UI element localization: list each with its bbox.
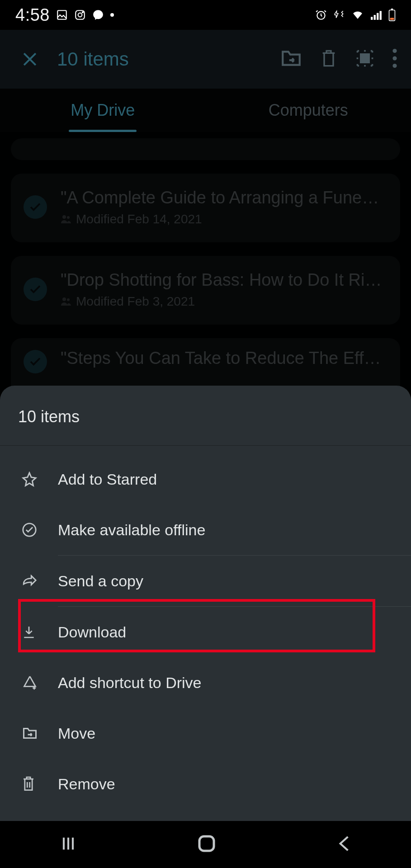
sheet-item-label: Move xyxy=(58,725,95,742)
status-bar: 4:58 xyxy=(0,0,411,30)
svg-point-3 xyxy=(82,12,83,13)
divider xyxy=(0,445,411,446)
sheet-item-offline[interactable]: Make available offline xyxy=(0,505,411,555)
sheet-item-send-copy[interactable]: Send a copy xyxy=(0,556,411,606)
tab-label: My Drive xyxy=(71,101,135,120)
sheet-item-remove[interactable]: Remove xyxy=(0,759,411,809)
list-item[interactable]: "Drop Shotting for Bass: How to Do It Ri… xyxy=(11,256,400,325)
shared-icon xyxy=(61,212,71,226)
sheet-item-starred[interactable]: Add to Starred xyxy=(0,454,411,505)
sheet-item-label: Send a copy xyxy=(58,572,143,590)
back-button[interactable] xyxy=(336,835,352,854)
send-copy-icon xyxy=(22,575,58,587)
signal-icon xyxy=(370,10,382,20)
file-meta: Modified Feb 14, 2021 xyxy=(76,212,202,226)
selected-check-icon[interactable] xyxy=(24,195,47,219)
list-item[interactable]: "A Complete Guide to Arranging a Fune… M… xyxy=(11,174,400,242)
home-button[interactable] xyxy=(196,833,217,856)
trash-icon[interactable] xyxy=(320,48,338,71)
svg-point-17 xyxy=(67,216,70,219)
select-all-icon[interactable] xyxy=(355,48,375,70)
add-shortcut-icon xyxy=(22,675,58,690)
file-meta: Modified Feb 3, 2021 xyxy=(76,294,195,309)
battery-icon xyxy=(388,9,396,21)
action-bottom-sheet: 10 items Add to Starred Make available o… xyxy=(0,386,411,821)
overflow-menu-icon[interactable] xyxy=(392,48,397,70)
sheet-item-download[interactable]: Download xyxy=(0,607,411,657)
selection-bar: 10 items xyxy=(0,30,411,89)
selected-check-icon[interactable] xyxy=(24,278,47,301)
drive-tabs: My Drive Computers xyxy=(0,89,411,132)
tab-my-drive[interactable]: My Drive xyxy=(0,89,206,132)
sheet-item-shortcut[interactable]: Add shortcut to Drive xyxy=(0,657,411,708)
system-nav-bar xyxy=(0,821,411,868)
gallery-icon xyxy=(56,9,68,21)
sheet-item-label: Add shortcut to Drive xyxy=(58,674,201,692)
close-selection-button[interactable] xyxy=(14,49,46,69)
vibrate-icon xyxy=(333,9,345,21)
list-item[interactable] xyxy=(11,138,400,160)
svg-point-2 xyxy=(78,13,82,17)
move-icon xyxy=(22,726,58,740)
svg-rect-6 xyxy=(374,15,376,20)
download-icon xyxy=(22,625,58,639)
svg-rect-8 xyxy=(380,11,382,20)
svg-point-18 xyxy=(62,297,66,301)
remove-icon xyxy=(22,776,58,792)
sheet-item-label: Make available offline xyxy=(58,521,205,539)
recents-button[interactable] xyxy=(59,835,77,854)
svg-point-14 xyxy=(392,56,397,60)
svg-rect-10 xyxy=(391,9,393,10)
file-title: "A Complete Guide to Arranging a Fune… xyxy=(61,188,387,208)
star-icon xyxy=(22,472,58,487)
svg-rect-5 xyxy=(371,17,373,20)
status-right xyxy=(315,9,396,21)
status-time: 4:58 xyxy=(15,5,50,25)
svg-rect-0 xyxy=(57,10,66,19)
sheet-item-move[interactable]: Move xyxy=(0,708,411,759)
selected-check-icon[interactable] xyxy=(24,350,47,373)
sheet-item-label: Download xyxy=(58,623,126,641)
selection-count: 10 items xyxy=(46,48,280,70)
more-notifications-icon xyxy=(110,13,114,17)
svg-point-19 xyxy=(67,298,70,301)
sheet-item-label: Remove xyxy=(58,775,115,793)
svg-rect-7 xyxy=(377,13,378,20)
file-title: "Drop Shotting for Bass: How to Do It Ri… xyxy=(61,270,387,290)
move-to-folder-icon[interactable] xyxy=(280,49,302,70)
sheet-item-label: Add to Starred xyxy=(58,471,157,488)
svg-point-15 xyxy=(392,64,397,68)
shared-icon xyxy=(61,294,71,309)
svg-rect-21 xyxy=(199,836,214,851)
svg-rect-12 xyxy=(361,54,369,62)
messenger-icon xyxy=(92,9,104,21)
file-title: "Steps You Can Take to Reduce The Eff… xyxy=(61,349,387,368)
svg-rect-11 xyxy=(390,18,394,19)
svg-point-16 xyxy=(62,215,66,219)
wifi-icon xyxy=(351,10,364,20)
file-list[interactable]: "A Complete Guide to Arranging a Fune… M… xyxy=(0,132,411,401)
instagram-icon xyxy=(74,9,86,21)
status-left: 4:58 xyxy=(15,5,114,25)
alarm-icon xyxy=(315,9,327,21)
tab-label: Computers xyxy=(269,101,348,120)
tab-computers[interactable]: Computers xyxy=(206,89,411,132)
svg-point-13 xyxy=(392,49,397,53)
sheet-title: 10 items xyxy=(0,401,411,445)
offline-icon xyxy=(22,522,58,538)
